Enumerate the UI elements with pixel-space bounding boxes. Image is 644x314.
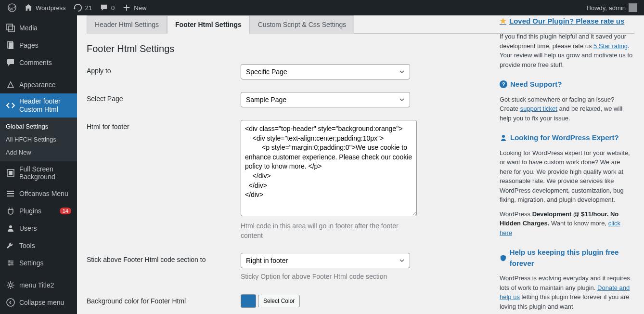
help-heading: Help us keeping this plugin free forever <box>500 247 634 269</box>
sidebar-item-header-footer[interactable]: Header footer Custom Html <box>0 93 77 118</box>
stick-select[interactable]: Right in footer <box>241 253 410 268</box>
star-icon: ★ <box>500 15 506 27</box>
sidebar-item-menu-title2[interactable]: menu Title2 <box>0 276 77 294</box>
media-icon <box>6 23 15 33</box>
wp-logo[interactable] <box>4 0 20 15</box>
select-page-select[interactable]: Sample Page <box>241 92 410 107</box>
submenu-all-hfch[interactable]: All HFCH Settings <box>0 133 77 146</box>
expert-text: Looking for WordPress expert for your we… <box>500 148 634 205</box>
comments-icon <box>6 58 15 67</box>
sidebar-item-settings[interactable]: Settings <box>0 254 77 272</box>
support-link[interactable]: support ticket <box>520 105 557 112</box>
new-text: New <box>134 4 146 12</box>
fullscreen-icon <box>6 168 15 178</box>
svg-point-9 <box>9 284 12 287</box>
rate-text: If you find this plugin helpful and it s… <box>500 32 634 69</box>
menu-icon <box>6 189 15 198</box>
apply-to-label: Apply to <box>87 64 241 79</box>
svg-point-7 <box>12 262 13 264</box>
admin-bar-left: Wordpress 21 0 New <box>4 0 150 15</box>
submenu-add-new[interactable]: Add New <box>0 146 77 159</box>
expert-price: WordPress Development @ $11/hour. No Hid… <box>500 209 634 238</box>
html-footer-label: Html for footer <box>87 120 241 240</box>
help-text: WordPress is evolving everyday and it re… <box>500 274 634 311</box>
sidebar-item-media[interactable]: Media <box>0 19 77 37</box>
tools-icon <box>6 241 15 250</box>
sidebar-item-pages[interactable]: Pages <box>0 37 77 54</box>
plugins-badge: 14 <box>60 208 71 214</box>
sidebar-label: Media <box>19 24 71 32</box>
tab-footer-html[interactable]: Footer Html Settings <box>167 15 250 34</box>
comments[interactable]: 0 <box>96 0 118 15</box>
rate-link[interactable]: 5 Star rating <box>593 42 628 50</box>
sidebar-label: Settings <box>19 259 71 267</box>
html-footer-textarea[interactable] <box>241 120 417 216</box>
admin-bar-right[interactable]: Howdy, admin <box>587 3 640 12</box>
select-page-label: Select Page <box>87 92 241 107</box>
new[interactable]: New <box>118 0 150 15</box>
sidebar-label: Tools <box>19 242 71 250</box>
right-sidebar: ★ Loved Our Plugin? Please rate us If yo… <box>500 15 634 314</box>
code-icon <box>6 101 15 110</box>
sidebar-label: Full Screen Background <box>19 165 71 182</box>
question-icon: ? <box>500 80 507 88</box>
collapse-icon <box>6 298 15 307</box>
admin-bar: Wordpress 21 0 New Howdy, admin <box>0 0 644 15</box>
bgcolor-label: Background color for Footer Html <box>87 294 241 308</box>
svg-point-5 <box>9 225 12 228</box>
sidebar-item-offcanvas[interactable]: Offcanvas Menu <box>0 185 77 202</box>
sidebar-label: Comments <box>19 59 71 67</box>
sidebar-label: Pages <box>19 41 71 50</box>
svg-rect-4 <box>9 171 13 175</box>
tab-custom-script[interactable]: Custom Script & Css Settings <box>250 15 355 34</box>
sidebar-label: Appearance <box>19 81 71 89</box>
users-icon <box>6 223 15 233</box>
sidebar-item-appearance[interactable]: Appearance <box>0 76 77 93</box>
sidebar-label: Collapse menu <box>19 299 71 307</box>
gear-icon <box>6 280 15 290</box>
avatar <box>629 3 637 12</box>
admin-sidebar: Media Pages Comments Appearance Header f… <box>0 15 77 314</box>
sidebar-item-plugins[interactable]: Plugins 14 <box>0 202 77 220</box>
svg-text:?: ? <box>502 81 505 87</box>
plugins-icon <box>6 206 15 216</box>
site-name[interactable]: Wordpress <box>20 0 70 15</box>
sidebar-label: Header footer Custom Html <box>19 97 71 114</box>
sidebar-label: Users <box>19 224 71 233</box>
stick-label: Stick above Footer Html code section to <box>87 253 241 282</box>
sidebar-item-fullscreen[interactable]: Full Screen Background <box>0 161 77 185</box>
comments-count: 0 <box>111 4 115 12</box>
support-text: Got stuck somewhere or facing an issue? … <box>500 95 634 123</box>
tab-header-html[interactable]: Header Html Settings <box>87 15 167 34</box>
select-color-button[interactable]: Select Color <box>258 295 300 307</box>
submenu-global-settings[interactable]: Global Settings <box>0 120 77 133</box>
svg-rect-2 <box>9 42 13 49</box>
svg-point-6 <box>9 261 10 262</box>
person-icon <box>500 134 507 142</box>
form: Apply to Specific Page Select Page Sampl… <box>87 64 419 308</box>
sidebar-item-tools[interactable]: Tools <box>0 237 77 254</box>
svg-point-10 <box>7 299 14 306</box>
sidebar-label: Plugins <box>19 207 54 215</box>
sidebar-item-users[interactable]: Users <box>0 220 77 237</box>
expert-heading: Looking for WordPress Expert? <box>500 132 634 144</box>
pages-icon <box>6 40 15 50</box>
submenu: Global Settings All HFCH Settings Add Ne… <box>0 118 77 161</box>
sidebar-label: Offcanvas Menu <box>19 190 71 198</box>
updates[interactable]: 21 <box>70 0 96 15</box>
color-swatch[interactable] <box>241 294 256 308</box>
svg-point-8 <box>9 264 10 266</box>
sidebar-item-comments[interactable]: Comments <box>0 54 77 71</box>
sidebar-label: menu Title2 <box>19 281 71 289</box>
sidebar-item-collapse[interactable]: Collapse menu <box>0 294 77 311</box>
settings-icon <box>6 258 15 268</box>
html-footer-help: Html code in this area will go in footer… <box>241 222 410 240</box>
apply-to-select[interactable]: Specific Page <box>241 64 410 79</box>
support-heading: ? Need Support? <box>500 79 634 90</box>
shield-icon <box>500 254 507 262</box>
site-name-text: Wordpress <box>36 4 66 12</box>
howdy-text: Howdy, admin <box>587 4 626 12</box>
appearance-icon <box>6 80 15 90</box>
stick-help: Sticky Option for above Footer Html code… <box>241 272 410 282</box>
rate-heading[interactable]: ★ Loved Our Plugin? Please rate us <box>500 15 634 27</box>
